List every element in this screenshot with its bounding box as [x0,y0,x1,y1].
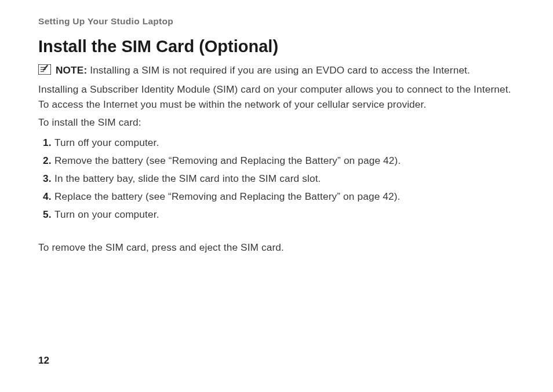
step-text: Turn off your computer. [54,137,159,148]
step-number: 1. [43,134,52,152]
list-item: 3.In the battery bay, slide the SIM card… [43,170,515,188]
step-number: 5. [43,206,52,224]
step-text: Turn on your computer. [54,208,159,220]
lead-in-text: To install the SIM card: [38,115,515,130]
chapter-title: Setting Up Your Studio Laptop [38,16,515,27]
note-body: Installing a SIM is not required if you … [87,64,470,76]
step-text: Remove the battery (see “Removing and Re… [54,155,401,166]
page-number: 12 [38,355,49,367]
step-number: 2. [43,152,52,170]
step-text: Replace the battery (see “Removing and R… [54,190,401,202]
note-block: NOTE: Installing a SIM is not required i… [38,63,515,78]
pencil-note-icon [38,64,51,75]
step-number: 4. [43,188,52,206]
section-title: Install the SIM Card (Optional) [38,37,515,56]
step-number: 3. [43,170,52,188]
note-text: NOTE: Installing a SIM is not required i… [56,63,470,78]
closing-paragraph: To remove the SIM card, press and eject … [38,240,515,255]
steps-list: 1.Turn off your computer. 2.Remove the b… [43,134,515,224]
step-text: In the battery bay, slide the SIM card i… [54,173,321,184]
list-item: 2.Remove the battery (see “Removing and … [43,152,515,170]
list-item: 1.Turn off your computer. [43,134,515,152]
list-item: 4.Replace the battery (see “Removing and… [43,188,515,206]
intro-paragraph: Installing a Subscriber Identity Module … [38,82,515,112]
list-item: 5.Turn on your computer. [43,206,515,224]
note-label: NOTE: [56,64,87,76]
